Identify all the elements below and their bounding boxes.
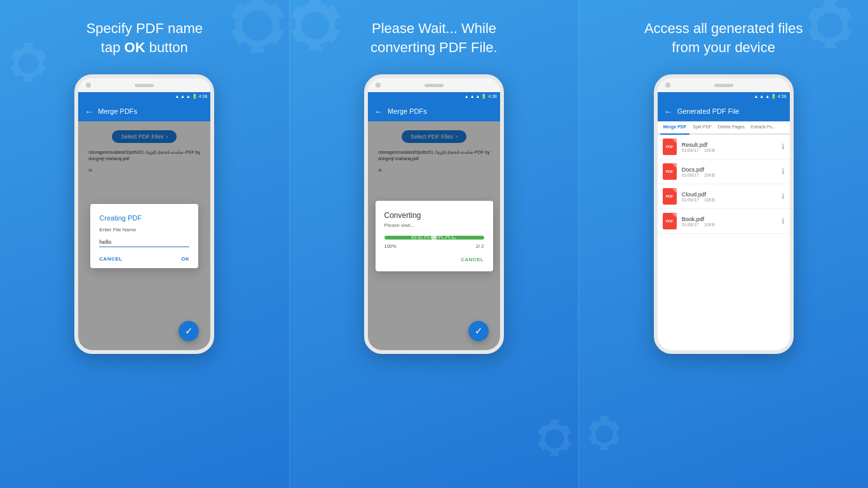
file-name-input[interactable] xyxy=(99,238,189,247)
file-date-book: 01/08/17 xyxy=(682,222,699,227)
back-arrow-3: ← xyxy=(664,107,672,116)
status-bar-3: ▲ ▲ ▲ 🔋 4:38 xyxy=(658,92,790,101)
converting-cancel-row: CANCEL xyxy=(384,257,484,262)
pdf-icon-cloud: PDF xyxy=(663,188,677,205)
panel-1: Specify PDF name tap OK button ▲ ▲ ▲ 🔋 4… xyxy=(0,0,289,488)
dialog-label-1: Enter File Name xyxy=(99,227,189,233)
file-size-docs: 10KB xyxy=(704,173,715,177)
file-info-cloud: Cloud.pdf 01/08/17 10KB xyxy=(682,191,776,202)
file-row-cloud[interactable]: PDF Cloud.pdf 01/08/17 10KB ℹ xyxy=(658,184,790,209)
panel-3-title: Access all generated files from your dev… xyxy=(644,19,803,57)
panel-2-title: Please Wait... While converting PDF File… xyxy=(370,19,497,57)
dialog-actions-1: CANCEL OK xyxy=(99,256,189,262)
phone-top-bar-1 xyxy=(78,78,210,92)
dialog-overlay-1: Creating PDF Enter File Name CANCEL OK xyxy=(78,121,210,350)
file-info-book: Book.pdf 01/08/17 10KB xyxy=(682,216,776,227)
phone-camera-1 xyxy=(86,83,91,88)
info-icon-book[interactable]: ℹ xyxy=(782,217,785,226)
phone-content-1: Select PDF Files › /storage/emulated/0/p… xyxy=(78,121,210,350)
file-row-book[interactable]: PDF Book.pdf 01/08/17 10KB ℹ xyxy=(658,209,790,234)
pdf-icon-docs: PDF xyxy=(663,163,677,180)
progress-bar-fill xyxy=(384,236,484,240)
panel-3: Access all generated files from your dev… xyxy=(579,0,868,488)
converting-dialog: Converting Please wait... 100% 2/ 2 CANC… xyxy=(376,201,493,271)
file-row-result[interactable]: PDF Result.pdf 01/06/17 10KB ℹ xyxy=(658,135,790,159)
app-title-1: Merge PDFs xyxy=(98,107,137,115)
progress-info: 100% 2/ 2 xyxy=(384,243,484,249)
phone-top-bar-3 xyxy=(658,78,790,92)
phone-mockup-2: ▲ ▲ ▲ 🔋 4:38 ← Merge PDFs Select PDF Fil… xyxy=(364,74,504,354)
pdf-icon-book: PDF xyxy=(663,213,677,229)
tab-merge-pdf[interactable]: Merge PDF xyxy=(660,121,690,135)
status-bar-2: ▲ ▲ ▲ 🔋 4:38 xyxy=(368,92,500,101)
app-header-1: ← Merge PDFs xyxy=(78,101,210,121)
dialog-title-1: Creating PDF xyxy=(99,214,189,222)
phone-mockup-3: ▲ ▲ ▲ 🔋 4:38 ← Generated PDF File Merge … xyxy=(654,74,794,354)
file-name-result: Result.pdf xyxy=(682,142,776,148)
info-icon-cloud[interactable]: ℹ xyxy=(782,192,785,201)
file-meta-cloud: 01/08/17 10KB xyxy=(682,198,776,202)
phone-camera-3 xyxy=(665,83,670,88)
info-icon-docs[interactable]: ℹ xyxy=(782,167,785,176)
converting-title: Converting xyxy=(384,211,484,220)
file-info-docs: Docs.pdf 01/08/17 10KB xyxy=(682,166,776,177)
progress-bar-bg xyxy=(384,236,484,240)
phone-top-bar-2 xyxy=(368,78,500,92)
file-date-result: 01/06/17 xyxy=(682,148,699,152)
fab-check-icon-1: ✓ xyxy=(185,325,193,337)
file-row-docs[interactable]: PDF Docs.pdf 01/08/17 10KB ℹ xyxy=(658,159,790,184)
app-header-3: ← Generated PDF File xyxy=(658,101,790,121)
converting-cancel-btn[interactable]: CANCEL xyxy=(461,257,484,262)
converting-overlay: Converting Please wait... 100% 2/ 2 CANC… xyxy=(368,121,500,350)
tab-split-pdf[interactable]: Split PDF xyxy=(689,121,715,133)
fab-check-icon-2: ✓ xyxy=(475,325,483,337)
phone-speaker-2 xyxy=(424,84,444,87)
phone-camera-2 xyxy=(376,83,381,88)
app-title-2: Merge PDFs xyxy=(388,107,427,115)
file-name-book: Book.pdf xyxy=(682,216,776,222)
tab-delete-pages[interactable]: Delete Pages xyxy=(715,121,748,133)
back-arrow-2: ← xyxy=(374,107,383,116)
tab-extracts[interactable]: Extracts Po... xyxy=(748,121,779,133)
creating-pdf-dialog: Creating PDF Enter File Name CANCEL OK xyxy=(90,204,198,268)
status-icons-2: ▲ ▲ ▲ 🔋 4:38 xyxy=(465,94,497,99)
progress-percent: 100% xyxy=(384,243,397,249)
file-name-docs: Docs.pdf xyxy=(682,166,776,173)
dialog-ok-btn[interactable]: OK xyxy=(181,256,189,262)
app-title-3: Generated PDF File xyxy=(677,107,740,115)
phone-speaker-1 xyxy=(135,84,154,87)
status-icons-3: ▲ ▲ ▲ 🔋 4:38 xyxy=(754,94,786,99)
file-size-result: 10KB xyxy=(704,148,715,152)
phone-mockup-1: ▲ ▲ ▲ 🔋 4:38 ← Merge PDFs Select PDF Fil… xyxy=(74,74,214,354)
file-name-cloud: Cloud.pdf xyxy=(682,191,776,198)
file-meta-result: 01/06/17 10KB xyxy=(682,148,776,152)
dialog-cancel-btn[interactable]: CANCEL xyxy=(99,256,122,262)
panel-1-title: Specify PDF name tap OK button xyxy=(86,19,203,57)
pdf-icon-result: PDF xyxy=(663,139,677,155)
app-header-2: ← Merge PDFs xyxy=(368,101,500,121)
panel-2: Please Wait... While converting PDF File… xyxy=(289,0,580,488)
file-size-book: 10KB xyxy=(704,222,715,227)
file-meta-book: 01/08/17 10KB xyxy=(682,222,776,227)
converting-subtitle: Please wait... xyxy=(384,222,484,228)
phone-content-3: Merge PDF Split PDF Delete Pages Extract… xyxy=(658,121,790,350)
info-icon-result[interactable]: ℹ xyxy=(782,142,785,151)
file-date-cloud: 01/08/17 xyxy=(682,198,699,202)
progress-count: 2/ 2 xyxy=(476,243,484,249)
file-date-docs: 01/08/17 xyxy=(682,173,699,177)
file-meta-docs: 01/08/17 10KB xyxy=(682,173,776,177)
phone-speaker-3 xyxy=(714,84,733,87)
status-icons-1: ▲ ▲ ▲ 🔋 4:38 xyxy=(175,94,207,99)
back-arrow-1: ← xyxy=(85,107,93,116)
file-size-cloud: 10KB xyxy=(704,198,715,202)
file-info-result: Result.pdf 01/06/17 10KB xyxy=(682,142,776,152)
phone-content-2: Select PDF Files › /storage/emulated/0/p… xyxy=(368,121,500,350)
file-list: PDF Result.pdf 01/06/17 10KB ℹ PDF Docs.… xyxy=(658,135,790,234)
status-bar-1: ▲ ▲ ▲ 🔋 4:38 xyxy=(78,92,210,101)
tabs-bar: Merge PDF Split PDF Delete Pages Extract… xyxy=(658,121,790,135)
